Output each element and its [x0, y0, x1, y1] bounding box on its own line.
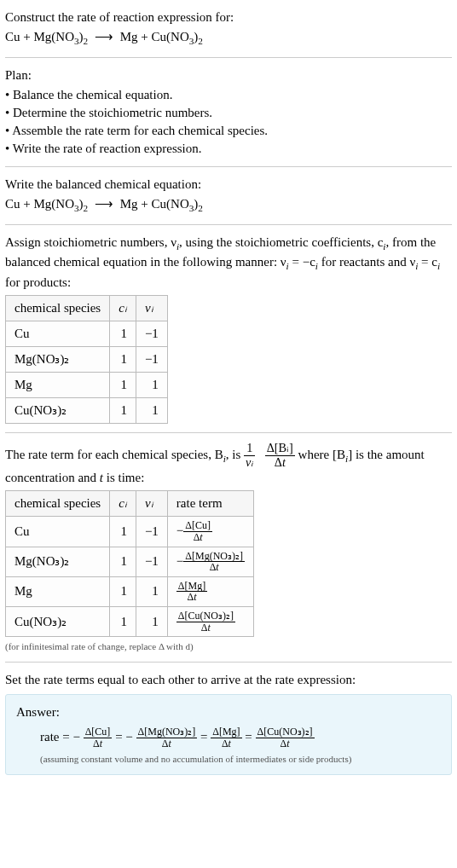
- cell-species: Cu: [6, 517, 110, 547]
- rateterm-table: chemical species cᵢ νᵢ rate term Cu 1 −1…: [5, 490, 254, 637]
- col-vi: νᵢ: [136, 491, 167, 517]
- cell-species: Cu(NO₃)₂: [6, 398, 110, 424]
- fraction-cu: Δ[Cu]Δt: [84, 726, 113, 749]
- plan-item: Assemble the rate term for each chemical…: [5, 122, 452, 140]
- col-species: chemical species: [6, 296, 110, 321]
- plus: +: [141, 30, 151, 43]
- reaction-equation: Cu + Mg(NO3)2 ⟶ Mg + Cu(NO3)2: [5, 28, 452, 49]
- fraction-one-over-vi: 1 νᵢ: [244, 442, 255, 469]
- plan-list: Balance the chemical equation. Determine…: [5, 86, 452, 158]
- table-row: Cu(NO₃)₂ 1 1: [6, 398, 168, 424]
- cell-vi: 1: [136, 373, 167, 398]
- final-section: Set the rate terms equal to each other t…: [5, 671, 452, 775]
- table-row: Cu(NO₃)₂ 1 1 Δ[Cu(NO₃)₂]Δt: [6, 606, 254, 636]
- table-row: Cu 1 −1 −Δ[Cu]Δt: [6, 517, 254, 547]
- table-row: Mg(NO₃)₂ 1 −1 −Δ[Mg(NO₃)₂]Δt: [6, 547, 254, 576]
- plan-item: Determine the stoichiometric numbers.: [5, 104, 452, 122]
- fraction-cuno3: Δ[Cu(NO₃)₂]Δt: [256, 726, 315, 749]
- fraction-mg: Δ[Mg]Δt: [211, 726, 241, 749]
- cell-ci: 1: [110, 321, 136, 347]
- cell-species: Mg(NO₃)₂: [6, 347, 110, 373]
- plan-item: Balance the chemical equation.: [5, 86, 452, 104]
- final-title: Set the rate terms equal to each other t…: [5, 671, 452, 689]
- table-header-row: chemical species cᵢ νᵢ: [6, 296, 168, 321]
- arrow-icon: ⟶: [91, 197, 117, 211]
- reactant-cu: Cu: [5, 197, 20, 211]
- product-mg: Mg: [120, 197, 138, 211]
- table-row: Mg 1 1: [6, 373, 168, 398]
- fraction-mgno3: Δ[Mg(NO₃)₂]Δt: [136, 726, 198, 749]
- rateterm-text: The rate term for each chemical species,…: [5, 448, 425, 485]
- arrow-icon: ⟶: [91, 30, 117, 43]
- assign-text: Assign stoichiometric numbers, νi, using…: [5, 235, 440, 290]
- reactant-mgno3: Mg(NO3)2: [33, 30, 88, 43]
- plan-item: Write the rate of reaction expression.: [5, 140, 452, 158]
- cell-rateterm: −Δ[Cu]Δt: [167, 517, 253, 547]
- col-species: chemical species: [6, 491, 110, 517]
- cell-vi: −1: [136, 347, 167, 373]
- cell-ci: 1: [110, 398, 136, 424]
- plus: +: [23, 30, 33, 43]
- table-row: Cu 1 −1: [6, 321, 168, 347]
- cell-species: Mg(NO₃)₂: [6, 547, 110, 576]
- divider: [5, 166, 452, 167]
- cell-rateterm: Δ[Cu(NO₃)₂]Δt: [167, 606, 253, 636]
- fraction-dbi-dt: Δ[Bᵢ] Δt: [265, 442, 295, 469]
- cell-vi: −1: [136, 517, 167, 547]
- divider: [5, 57, 452, 58]
- product-mg: Mg: [120, 30, 138, 43]
- cell-species: Cu(NO₃)₂: [6, 606, 110, 636]
- col-ci: cᵢ: [110, 296, 136, 321]
- answer-label: Answer:: [16, 703, 441, 721]
- table-row: Mg(NO₃)₂ 1 −1: [6, 347, 168, 373]
- cell-ci: 1: [110, 606, 136, 636]
- balanced-equation: Cu + Mg(NO3)2 ⟶ Mg + Cu(NO3)2: [5, 195, 452, 216]
- divider: [5, 662, 452, 663]
- answer-assumption: (assuming constant volume and no accumul…: [40, 753, 441, 766]
- cell-ci: 1: [110, 576, 136, 606]
- plus: +: [23, 197, 33, 211]
- assign-section: Assign stoichiometric numbers, νi, using…: [5, 234, 452, 425]
- cell-vi: −1: [136, 547, 167, 576]
- cell-vi: 1: [136, 606, 167, 636]
- cell-rateterm: −Δ[Mg(NO₃)₂]Δt: [167, 547, 253, 576]
- infinitesimal-note: (for infinitesimal rate of change, repla…: [5, 640, 452, 653]
- balanced-title: Write the balanced chemical equation:: [5, 176, 452, 194]
- cell-ci: 1: [110, 373, 136, 398]
- product-cuno3: Cu(NO3)2: [152, 197, 203, 211]
- cell-rateterm: Δ[Mg]Δt: [167, 576, 253, 606]
- cell-ci: 1: [110, 547, 136, 576]
- plus: +: [141, 197, 151, 211]
- balanced-section: Write the balanced chemical equation: Cu…: [5, 176, 452, 216]
- cell-ci: 1: [110, 347, 136, 373]
- plan-section: Plan: Balance the chemical equation. Det…: [5, 67, 452, 158]
- plan-title: Plan:: [5, 67, 452, 84]
- prompt-text: Construct the rate of reaction expressio…: [5, 9, 452, 26]
- cell-vi: −1: [136, 321, 167, 347]
- answer-box: Answer: rate = − Δ[Cu]Δt = − Δ[Mg(NO₃)₂]…: [5, 694, 452, 775]
- cell-ci: 1: [110, 517, 136, 547]
- product-cuno3: Cu(NO3)2: [152, 30, 203, 43]
- rateterm-section: The rate term for each chemical species,…: [5, 442, 452, 653]
- cell-vi: 1: [136, 576, 167, 606]
- cell-species: Mg: [6, 576, 110, 606]
- cell-species: Cu: [6, 321, 110, 347]
- prompt-section: Construct the rate of reaction expressio…: [5, 9, 452, 49]
- col-vi: νᵢ: [136, 296, 167, 321]
- reactant-cu: Cu: [5, 30, 20, 43]
- table-header-row: chemical species cᵢ νᵢ rate term: [6, 491, 254, 517]
- stoich-table: chemical species cᵢ νᵢ Cu 1 −1 Mg(NO₃)₂ …: [5, 295, 168, 424]
- col-rateterm: rate term: [167, 491, 253, 517]
- table-row: Mg 1 1 Δ[Mg]Δt: [6, 576, 254, 606]
- col-ci: cᵢ: [110, 491, 136, 517]
- cell-species: Mg: [6, 373, 110, 398]
- reactant-mgno3: Mg(NO3)2: [33, 197, 88, 211]
- answer-rate-expression: rate = − Δ[Cu]Δt = − Δ[Mg(NO₃)₂]Δt = Δ[M…: [40, 726, 441, 749]
- divider: [5, 432, 452, 433]
- divider: [5, 224, 452, 225]
- cell-vi: 1: [136, 398, 167, 424]
